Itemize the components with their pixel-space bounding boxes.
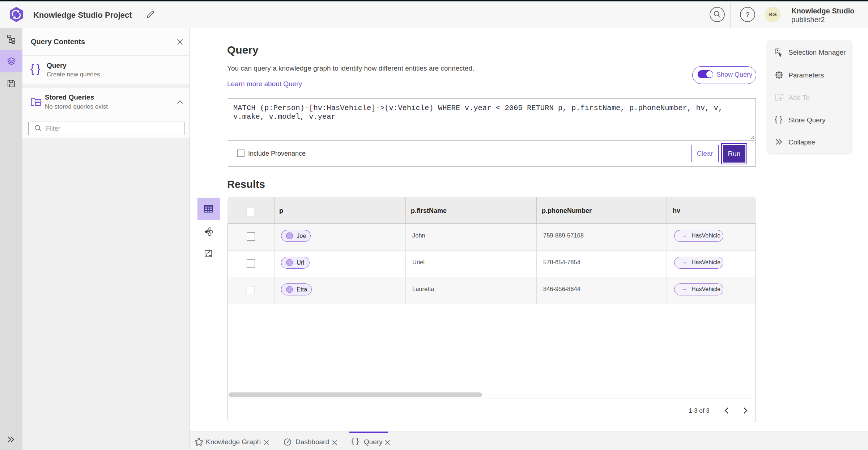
svg-text:?: ? xyxy=(746,11,750,18)
